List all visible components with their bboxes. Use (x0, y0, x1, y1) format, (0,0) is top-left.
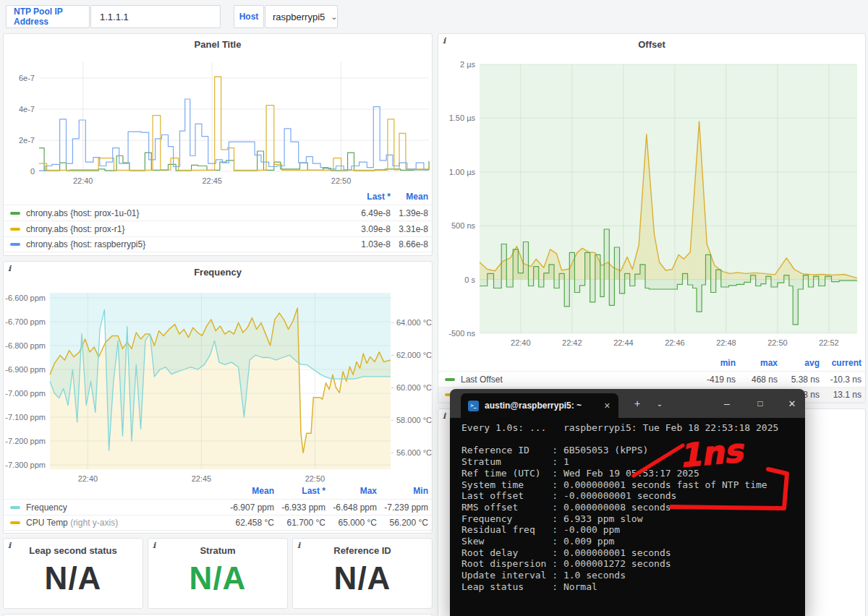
ntp-pool-ip-input[interactable] (90, 5, 221, 28)
terminal-window[interactable]: >_ austin@raspberrypi5: ~ ✕ + ⌄ – □ ✕ Ev… (450, 389, 805, 616)
close-button[interactable]: ✕ (780, 389, 804, 418)
svg-text:22:52: 22:52 (819, 338, 839, 347)
stat-value: N/A (293, 560, 432, 596)
info-icon[interactable]: i (443, 411, 446, 421)
legend-row: Frequency -6.907 ppm -6.933 ppm -6.648 p… (4, 499, 432, 515)
svg-text:-7.100 ppm: -7.100 ppm (5, 413, 46, 422)
legend-row: Last Offset -419 ns 468 ns 5.38 ns -10.3… (438, 371, 865, 387)
panel-title-chart[interactable]: 02e-74e-76e-722:4022:4522:50 (5, 54, 432, 189)
powershell-icon: >_ (468, 401, 479, 411)
series-label[interactable]: Last Offset (461, 375, 694, 385)
series-label[interactable]: chrony.abs {host: prox-1u-01} (26, 208, 353, 218)
series-last: 61.700 °C (274, 518, 326, 528)
series-label-suffix: (right y-axis) (68, 518, 118, 528)
terminal-tab-title: austin@raspberrypi5: ~ (485, 401, 602, 411)
info-icon[interactable]: i (297, 541, 300, 550)
series-min: 56.200 °C (377, 518, 428, 528)
legend-sort-mean[interactable]: Mean (223, 486, 274, 496)
series-swatch (10, 212, 20, 215)
panel-title-legend: Last * Mean chrony.abs {host: prox-1u-01… (4, 189, 432, 252)
info-icon[interactable]: i (8, 541, 11, 550)
maximize-button[interactable]: □ (748, 389, 773, 418)
legend-row: chrony.abs {host: raspberrypi5} 1.03e-8 … (4, 236, 432, 252)
svg-text:1.00 µs: 1.00 µs (449, 168, 476, 176)
series-max: 468 ns (736, 375, 778, 385)
svg-text:0 s: 0 s (464, 275, 475, 284)
offset-chart[interactable]: 2 µs1.50 µs1.00 µs500 ns0 s-500 ns22:402… (440, 59, 865, 352)
legend-sort-current[interactable]: current (820, 358, 861, 368)
series-swatch (10, 228, 20, 231)
legend-sort-avg[interactable]: avg (778, 358, 820, 368)
series-label[interactable]: CPU Temp (right y-axis) (26, 518, 223, 528)
series-min: -419 ns (694, 375, 736, 385)
ntp-pool-ip-label: NTP Pool IP Address (6, 5, 90, 28)
svg-text:-6.600 ppm: -6.600 ppm (5, 294, 46, 302)
svg-text:22:44: 22:44 (613, 338, 634, 347)
series-swatch (10, 521, 20, 524)
terminal-body[interactable]: Every 1.0s: ... raspberrypi5: Tue Feb 18… (450, 418, 805, 616)
panel-title[interactable]: Panel Title (4, 39, 432, 50)
frequency-panel-title[interactable]: Frequency (4, 267, 432, 278)
legend-sort-max[interactable]: Max (326, 486, 377, 496)
legend-row: chrony.abs {host: prox-1u-01} 6.49e-8 1.… (4, 205, 432, 221)
svg-text:-7.200 ppm: -7.200 ppm (5, 437, 46, 445)
svg-text:-6.800 ppm: -6.800 ppm (5, 341, 46, 350)
host-label: Host (234, 5, 264, 28)
legend-sort-max[interactable]: max (736, 358, 778, 368)
series-last: 3.09e-8 (353, 224, 391, 234)
series-swatch (10, 243, 20, 246)
svg-text:-500 ns: -500 ns (448, 329, 475, 338)
terminal-titlebar[interactable]: >_ austin@raspberrypi5: ~ ✕ + ⌄ – □ ✕ (450, 389, 805, 418)
new-tab-button[interactable]: + (628, 389, 647, 418)
series-mean: 62.458 °C (223, 518, 274, 528)
host-select[interactable]: raspberrypi5 ⌄ (265, 5, 338, 28)
series-max: 65.000 °C (326, 518, 377, 528)
svg-text:56.000 °C: 56.000 °C (396, 448, 432, 457)
series-label[interactable]: chrony.abs {host: raspberrypi5} (26, 239, 353, 249)
dashboard-controls: NTP Pool IP Address Host raspberrypi5 ⌄ (0, 0, 868, 33)
leap-second-status-panel: i Leap second status N/A (3, 538, 143, 609)
legend-sort-last[interactable]: Last * (274, 486, 326, 496)
tab-dropdown-icon[interactable]: ⌄ (651, 389, 668, 418)
svg-text:22:48: 22:48 (716, 338, 736, 347)
host-select-value: raspberrypi5 (273, 12, 325, 22)
svg-text:22:50: 22:50 (331, 176, 352, 185)
terminal-tab[interactable]: >_ austin@raspberrypi5: ~ ✕ (461, 393, 618, 418)
legend-sort-mean[interactable]: Mean (391, 192, 428, 202)
series-label-text: CPU Temp (26, 518, 68, 528)
legend-sort-min[interactable]: min (694, 358, 736, 368)
info-icon[interactable]: i (153, 541, 156, 550)
legend-sort-last[interactable]: Last * (353, 192, 391, 202)
panel-title-panel: Panel Title 02e-74e-76e-722:4022:4522:50… (3, 33, 433, 256)
svg-text:64.000 °C: 64.000 °C (396, 318, 432, 327)
stat-title[interactable]: Leap second status (4, 545, 142, 556)
terminal-output: Every 1.0s: ... raspberrypi5: Tue Feb 18… (450, 418, 805, 593)
series-mean: 8.66e-8 (391, 239, 428, 249)
offset-panel-title[interactable]: Offset (438, 39, 865, 50)
svg-text:4e-7: 4e-7 (19, 105, 35, 114)
series-label[interactable]: Frequency (26, 502, 223, 513)
svg-text:22:50: 22:50 (305, 474, 326, 483)
legend-sort-min[interactable]: Min (377, 486, 428, 496)
minimize-button[interactable]: – (715, 389, 739, 418)
svg-text:-7.000 ppm: -7.000 ppm (5, 389, 46, 398)
tab-close-icon[interactable]: ✕ (602, 401, 613, 411)
reference-id-panel: i Reference ID N/A (292, 538, 433, 609)
series-current: -10.3 ns (820, 375, 861, 385)
svg-text:-6.700 ppm: -6.700 ppm (5, 317, 46, 326)
series-max: -6.648 ppm (326, 502, 377, 513)
series-label[interactable]: chrony.abs {host: prox-r1} (26, 224, 353, 234)
svg-text:2 µs: 2 µs (460, 60, 476, 69)
stat-title[interactable]: Reference ID (293, 545, 432, 556)
stratum-panel: i Stratum N/A (148, 538, 288, 609)
stat-value: N/A (4, 560, 142, 596)
stat-title[interactable]: Stratum (148, 545, 287, 556)
series-last: -6.933 ppm (274, 502, 326, 513)
svg-text:22:45: 22:45 (192, 474, 212, 483)
frequency-chart[interactable]: -6.600 ppm-6.700 ppm-6.800 ppm-6.900 ppm… (4, 288, 433, 484)
stat-value: N/A (148, 560, 287, 596)
svg-text:-7.300 ppm: -7.300 ppm (5, 461, 46, 469)
svg-text:22:40: 22:40 (78, 474, 98, 483)
series-current: 13.1 ns (820, 390, 861, 400)
svg-text:22:40: 22:40 (511, 338, 531, 347)
